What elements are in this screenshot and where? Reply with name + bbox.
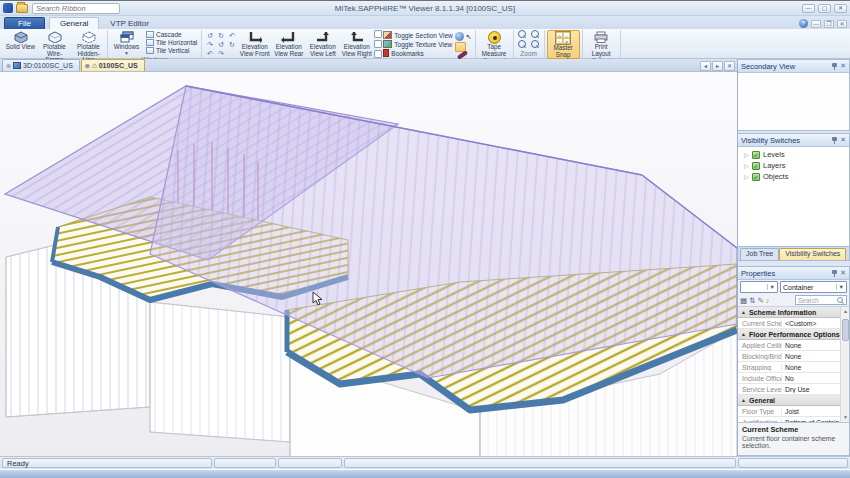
section-header[interactable]: ▲ Floor Performance Options	[738, 329, 849, 340]
doc-tab-plan[interactable]: ⊗ ⌂ 0100SC_US	[81, 59, 145, 71]
print-layout-button[interactable]: Print Layout	[585, 30, 618, 57]
property-row[interactable]: Applied Ceiling None	[738, 340, 849, 351]
checkbox-on-icon[interactable]: ✓	[752, 162, 760, 170]
status-bar: Ready	[0, 456, 850, 469]
scrollbar[interactable]: ▲ ▼	[840, 307, 849, 422]
windows-button[interactable]: Windows ▼	[110, 30, 143, 56]
checkbox-on-icon[interactable]: ✓	[752, 151, 760, 159]
app-icon[interactable]	[3, 3, 13, 13]
spin-right-icon[interactable]: ↷	[215, 49, 226, 58]
tab-visibility-switches[interactable]: Visibility Switches	[779, 248, 846, 260]
viewport-3d-model[interactable]	[0, 72, 737, 456]
property-grid: ▲ Scheme Information Current Scheme <Cus…	[738, 307, 849, 422]
property-row[interactable]: Blocking/Bridgi None	[738, 351, 849, 362]
zoom-extents-icon[interactable]	[531, 40, 539, 48]
zoom-in-icon[interactable]	[531, 30, 539, 38]
ribbon-search-input[interactable]	[32, 3, 120, 14]
spin-left-icon[interactable]: ↶	[204, 49, 215, 58]
scroll-thumb[interactable]	[842, 319, 849, 341]
open-folder-icon[interactable]	[16, 4, 28, 13]
zoom-out-icon[interactable]	[518, 40, 526, 48]
orbit-camera-icon[interactable]	[455, 32, 464, 41]
tab-list-close-icon[interactable]: ✕	[724, 61, 735, 71]
tree-expand-icon[interactable]: ▷	[744, 173, 749, 180]
pin-icon[interactable]	[832, 63, 837, 70]
child-minimize-icon[interactable]: —	[811, 20, 821, 28]
sort-az-icon[interactable]: ⇅	[749, 295, 755, 306]
child-restore-icon[interactable]: ❐	[824, 20, 834, 28]
object-selector-dropdown[interactable]: ▼	[740, 281, 778, 293]
rotate-right-icon[interactable]: ↻	[215, 31, 226, 40]
notes-icon[interactable]: ♪	[766, 295, 770, 306]
maximize-icon[interactable]: ▢	[818, 4, 831, 13]
scroll-up-icon[interactable]: ▲	[841, 307, 849, 316]
property-row[interactable]: Include Office S No	[738, 373, 849, 384]
property-row[interactable]: Justification Bottom of Container	[738, 417, 849, 422]
bookmarks-button[interactable]: Bookmarks	[383, 49, 452, 57]
tab-scroll-right-icon[interactable]: ▸	[712, 61, 723, 71]
properties-search-input[interactable]: Search	[795, 295, 847, 305]
panel-close-icon[interactable]: ✕	[840, 268, 846, 278]
tree-item-levels[interactable]: ▷ ✓ Levels	[738, 149, 849, 160]
master-snap-button[interactable]: ⊹○△✕ Master Snap	[547, 30, 580, 59]
child-close-icon[interactable]: ✕	[837, 20, 847, 28]
help-icon[interactable]: ?	[799, 19, 808, 28]
cascade-button[interactable]: Cascade	[144, 31, 199, 38]
elevation-right-button[interactable]: Elevation View Right	[340, 30, 373, 58]
tile-horizontal-button[interactable]: Tile Horizontal	[144, 39, 199, 46]
property-row[interactable]: Current Scheme <Custom>	[738, 318, 849, 329]
orbit-left-icon[interactable]: ↺	[215, 40, 226, 49]
scroll-down-icon[interactable]: ▼	[841, 413, 849, 422]
tile-vertical-icon	[146, 47, 154, 54]
panel-close-icon[interactable]: ✕	[840, 61, 846, 71]
panel-close-icon[interactable]: ✕	[840, 135, 846, 145]
pin-icon[interactable]	[832, 137, 837, 144]
tab-general[interactable]: General	[49, 17, 99, 29]
texture-page-icon[interactable]	[374, 40, 382, 48]
orbit-right-icon[interactable]: ↻	[226, 40, 237, 49]
tab-file[interactable]: File	[4, 17, 45, 29]
minimize-icon[interactable]: —	[802, 4, 815, 13]
view-settings-icon[interactable]	[374, 50, 382, 58]
tab-vtp-editor[interactable]: VTP Editor	[99, 17, 160, 29]
category-dropdown[interactable]: Container ▼	[780, 281, 847, 293]
tree-expand-icon[interactable]: ▷	[744, 151, 749, 158]
tab-scroll-left-icon[interactable]: ◂	[700, 61, 711, 71]
property-row[interactable]: Service Level Dry Use	[738, 384, 849, 395]
tape-measure-button[interactable]: Tape Measure	[478, 30, 511, 57]
elevation-left-button[interactable]: Elevation View Left	[306, 30, 339, 58]
tree-expand-icon[interactable]: ▷	[744, 162, 749, 169]
section-page-icon[interactable]	[374, 30, 382, 38]
tree-item-objects[interactable]: ▷ ✓ Objects	[738, 171, 849, 182]
zoom-window-icon[interactable]	[518, 30, 526, 38]
toggle-texture-view-button[interactable]: Toggle Texture View	[383, 40, 452, 48]
doc-tab-3d[interactable]: ⊗ 3D:0100SC_US	[2, 59, 80, 71]
elevation-rear-button[interactable]: Elevation View Rear	[272, 30, 305, 58]
tile-vertical-button[interactable]: Tile Vertical	[144, 47, 199, 54]
select-cursor-icon[interactable]: ↖	[466, 32, 472, 41]
checkbox-on-icon[interactable]: ✓	[752, 173, 760, 181]
bookmarks-icon	[383, 49, 389, 57]
section-header[interactable]: ▲ Scheme Information	[738, 307, 849, 318]
group-general: Tape Measure General	[476, 30, 514, 58]
viewport[interactable]	[0, 72, 737, 456]
categorize-icon[interactable]: ▦	[740, 295, 747, 306]
elevation-front-button[interactable]: Elevation View Front	[238, 30, 271, 58]
secondary-view-canvas[interactable]	[738, 73, 849, 130]
property-row[interactable]: Strapping None	[738, 362, 849, 373]
property-row[interactable]: Floor Type Joist	[738, 406, 849, 417]
tree-item-layers[interactable]: ▷ ✓ Layers	[738, 160, 849, 171]
chevron-down-icon: ▼	[836, 284, 844, 290]
pin-icon[interactable]	[832, 270, 837, 277]
rotate-up-icon[interactable]: ↶	[226, 31, 237, 40]
toggle-section-view-icon	[383, 31, 392, 39]
tab-job-tree[interactable]: Job Tree	[740, 248, 779, 260]
edit-icon[interactable]: ✎	[757, 295, 763, 306]
section-header[interactable]: ▲ General	[738, 395, 849, 406]
tab-close-icon[interactable]: ⊗	[85, 62, 90, 69]
rotate-down-icon[interactable]: ↷	[204, 40, 215, 49]
rotate-left-icon[interactable]: ↺	[204, 31, 215, 40]
close-icon[interactable]: ✕	[834, 4, 847, 13]
toggle-section-view-button[interactable]: Toggle Section View	[383, 31, 452, 39]
tab-close-icon[interactable]: ⊗	[6, 62, 11, 69]
